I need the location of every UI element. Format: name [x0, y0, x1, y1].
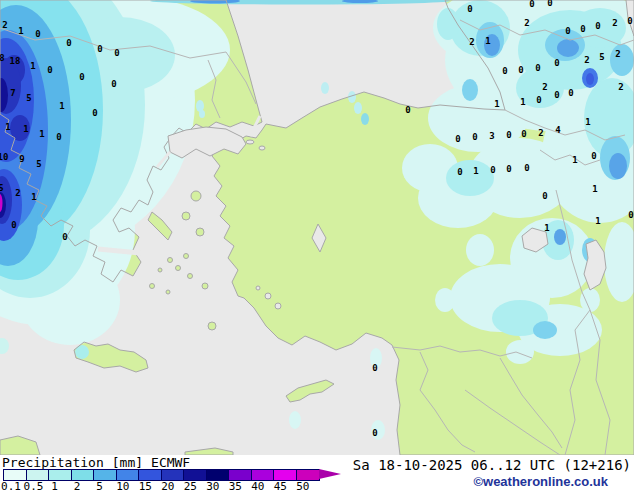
precip-blob: [506, 340, 534, 364]
colorbar-tick-label: 20: [161, 480, 174, 490]
precip-value-label: 0: [524, 163, 529, 173]
copyright-link[interactable]: ©weatheronline.co.uk: [473, 474, 608, 489]
precip-value-label: 2: [618, 82, 623, 92]
precip-value-label: 0: [521, 129, 526, 139]
precip-value-label: 1: [59, 101, 64, 111]
precip-value-label: 1: [494, 99, 499, 109]
precip-blob: [321, 82, 329, 94]
precip-value-label: 8: [0, 53, 5, 63]
colorbar-segment: [94, 470, 117, 480]
precip-blob: [435, 288, 455, 312]
precip-value-label: 0: [56, 132, 61, 142]
precip-value-label: 1: [18, 26, 23, 36]
colorbar-tick-label: 45: [274, 480, 287, 490]
precip-value-label: 1: [520, 97, 525, 107]
precip-value-label: 0: [580, 24, 585, 34]
precip-blob: [354, 102, 362, 114]
precip-value-label: 0: [66, 38, 71, 48]
colorbar-arrow: [319, 468, 343, 480]
legend-bar: Precipitation[mm]ECMWF 0.10.512510152025…: [0, 455, 634, 490]
precip-blob: [557, 39, 579, 57]
precip-value-label: 0: [62, 232, 67, 242]
precip-value-label: 0: [595, 21, 600, 31]
precip-blob: [466, 234, 494, 266]
colorbar-tick-label: 25: [184, 480, 197, 490]
precip-value-label: 1: [31, 192, 36, 202]
colorbar-tick-label: 40: [251, 480, 264, 490]
precip-value-label: 0: [627, 16, 632, 26]
precipitation-map: 2100008181000751011101095521000000002000…: [0, 0, 634, 455]
precip-value-label: 0: [547, 0, 552, 8]
precip-value-label: 5: [0, 183, 4, 193]
precip-value-label: 9: [19, 154, 24, 164]
precip-value-label: 0: [529, 0, 534, 9]
precip-blob: [446, 160, 494, 196]
precip-value-label: 0: [114, 48, 119, 58]
precip-value-label: 1: [592, 184, 597, 194]
precip-value-label: 0: [97, 44, 102, 54]
precip-value-label: 0: [591, 151, 596, 161]
colorbar-tick-label: 1: [51, 480, 58, 490]
colorbar-tick-label: 50: [296, 480, 309, 490]
colorbar-segment: [297, 470, 320, 480]
legend-unit: [mm]: [112, 455, 143, 470]
legend-model: ECMWF: [151, 455, 190, 470]
precip-value-label: 0: [506, 130, 511, 140]
precip-value-label: 0: [111, 79, 116, 89]
precip-value-label: 2: [2, 20, 7, 30]
precip-value-label: 3: [489, 131, 494, 141]
colorbar-segment: [229, 470, 252, 480]
precip-value-label: 4: [555, 125, 561, 135]
precip-value-label: 0: [455, 134, 460, 144]
precip-blob: [554, 229, 566, 245]
precip-value-label: 5: [599, 52, 604, 62]
precip-value-label: 0: [554, 90, 559, 100]
precip-value-label: 1: [585, 117, 590, 127]
precip-value-label: 0: [536, 95, 541, 105]
colorbar-segment: [252, 470, 275, 480]
precip-value-label: 2: [612, 18, 617, 28]
precip-value-label: 0: [372, 428, 377, 438]
precip-blob: [361, 113, 369, 125]
precip-blob: [437, 8, 459, 40]
legend-title: Precipitation[mm]ECMWF: [2, 455, 190, 470]
colorbar-tick-label: 2: [74, 480, 81, 490]
precip-blob: [586, 73, 594, 85]
precip-value-label: 10: [0, 152, 8, 162]
precip-value-label: 1: [39, 129, 44, 139]
precip-value-label: 0: [628, 210, 633, 220]
precip-value-label: 5: [26, 93, 31, 103]
precip-value-label: 2: [15, 188, 20, 198]
colorbar-segment: [117, 470, 140, 480]
colorbar-segment: [139, 470, 162, 480]
legend-parameter: Precipitation: [2, 455, 104, 470]
precip-value-label: 0: [506, 164, 511, 174]
precip-value-label: 0: [79, 72, 84, 82]
precip-blob: [610, 44, 634, 76]
precip-value-label: 0: [490, 165, 495, 175]
precip-value-label: 0: [47, 65, 52, 75]
precip-value-label: 0: [35, 29, 40, 39]
precip-value-label: 0: [472, 132, 477, 142]
colorbar-segment: [274, 470, 297, 480]
precip-value-label: 0: [518, 65, 523, 75]
precip-value-label: 1: [572, 155, 577, 165]
precip-value-label: 1: [23, 124, 28, 134]
colorbar-tick-labels: 0.10.5125101520253035404550: [0, 480, 360, 490]
precip-blob: [462, 79, 478, 101]
precip-blob: [289, 411, 301, 429]
colorbar-tick-label: 30: [206, 480, 219, 490]
precip-blob: [609, 153, 627, 179]
colorbar-tick-label: 15: [139, 480, 152, 490]
colorbar-tick-label: 10: [116, 480, 129, 490]
precip-value-label: 2: [524, 18, 529, 28]
precip-value-label: 0: [92, 108, 97, 118]
precip-blob: [580, 288, 600, 312]
colorbar-segment: [162, 470, 185, 480]
precip-value-label: 2: [542, 82, 547, 92]
colorbar-segment: [207, 470, 230, 480]
precip-value-label: 0: [565, 26, 570, 36]
precip-value-label: 7: [10, 88, 15, 98]
colorbar-tick-label: 5: [96, 480, 103, 490]
precip-value-label: 1: [5, 122, 10, 132]
